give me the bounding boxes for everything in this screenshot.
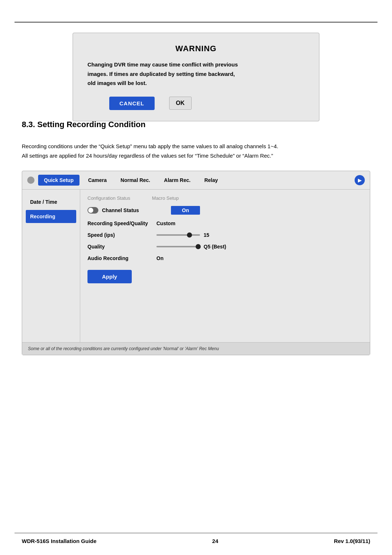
tab-normal-rec[interactable]: Normal Rec. — [115, 175, 155, 186]
rec-speed-quality-row: Recording Speed/Quality Custom — [87, 220, 363, 226]
quality-label: Quality — [87, 244, 153, 250]
quality-slider-track[interactable] — [156, 246, 200, 247]
tab-relay[interactable]: Relay — [199, 175, 223, 186]
config-header-col2: Macro Setup — [152, 195, 179, 201]
apply-button-container: Apply — [87, 267, 363, 283]
apply-button[interactable]: Apply — [87, 270, 132, 283]
quality-slider-value: Q5 (Best) — [204, 244, 226, 250]
rec-speed-quality-value: Custom — [156, 220, 175, 226]
tab-bar: Quick Setup Camera Normal Rec. Alarm Rec… — [22, 171, 370, 190]
speed-slider-thumb[interactable] — [187, 232, 192, 238]
speed-slider-track[interactable] — [156, 234, 200, 236]
channel-status-toggle[interactable] — [87, 207, 98, 214]
speed-slider-container: 15 — [156, 232, 209, 238]
warning-buttons: CANCEL OK — [87, 97, 305, 110]
tab-nav-circle — [27, 177, 34, 184]
tab-nav-right-button[interactable]: ▶ — [355, 175, 365, 185]
quality-slider-container: Q5 (Best) — [156, 244, 226, 250]
speed-row: Speed (ips) 15 — [87, 232, 363, 238]
warning-line1: Changing DVR time may cause time conflic… — [87, 61, 238, 68]
quality-row: Quality Q5 (Best) — [87, 244, 363, 250]
warning-text: Changing DVR time may cause time conflic… — [87, 60, 305, 88]
config-header: Configuration Status Macro Setup — [87, 195, 363, 201]
ok-button[interactable]: OK — [169, 97, 192, 110]
rec-speed-quality-label: Recording Speed/Quality — [87, 220, 153, 226]
channel-status-label: Channel Status — [102, 207, 167, 213]
panel-body: Date / Time Recording Configuration Stat… — [22, 190, 370, 342]
section-heading: 8.3. Setting Recording Condition — [22, 120, 146, 129]
footer-left: WDR-516S Installation Guide — [22, 538, 97, 544]
right-content: Configuration Status Macro Setup Channel… — [80, 190, 370, 342]
footer-right: Rev 1.0(93/11) — [334, 538, 370, 544]
left-sidebar: Date / Time Recording — [22, 190, 80, 342]
footer-center: 24 — [212, 538, 219, 544]
tab-camera[interactable]: Camera — [83, 175, 112, 186]
bottom-border — [15, 533, 377, 533]
audio-recording-label: Audio Recording — [87, 255, 153, 261]
body-line1: Recording conditions under the “Quick Se… — [22, 142, 370, 151]
speed-label: Speed (ips) — [87, 232, 153, 238]
audio-recording-row: Audio Recording On — [87, 255, 363, 261]
warning-title: WARNING — [87, 44, 305, 53]
top-border — [15, 22, 377, 23]
channel-status-value: On — [171, 206, 200, 215]
chevron-right-icon: ▶ — [358, 177, 362, 183]
warning-line3: old images will be lost. — [87, 80, 147, 86]
warning-line2: images. If times are duplicated by setti… — [87, 71, 235, 77]
audio-recording-value: On — [156, 255, 163, 261]
body-text: Recording conditions under the “Quick Se… — [22, 142, 370, 160]
tab-quick-setup[interactable]: Quick Setup — [38, 175, 79, 186]
dvr-panel: Quick Setup Camera Normal Rec. Alarm Rec… — [22, 171, 370, 355]
tab-alarm-rec[interactable]: Alarm Rec. — [159, 175, 196, 186]
status-bar: Some or all of the recording conditions … — [22, 342, 370, 355]
channel-status-row: Channel Status On — [87, 206, 363, 215]
body-line2: All settings are applied for 24 hours/da… — [22, 151, 370, 161]
speed-slider-value: 15 — [204, 232, 209, 238]
sidebar-item-recording[interactable]: Recording — [26, 210, 76, 223]
config-header-col1: Configuration Status — [87, 195, 130, 201]
quality-slider-thumb[interactable] — [196, 244, 201, 249]
footer: WDR-516S Installation Guide 24 Rev 1.0(9… — [22, 538, 370, 544]
cancel-button[interactable]: CANCEL — [109, 97, 155, 110]
warning-dialog: WARNING Changing DVR time may cause time… — [73, 33, 319, 121]
sidebar-item-datetime[interactable]: Date / Time — [26, 195, 76, 208]
